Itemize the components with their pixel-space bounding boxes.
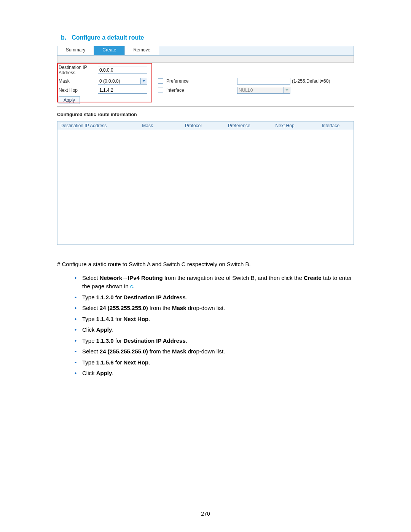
mask-select-value: 0 (0.0.0.0) — [98, 78, 140, 84]
tab-summary[interactable]: Summary — [57, 46, 94, 55]
router-ui-screenshot: Summary Create Remove Destination IP Add… — [57, 46, 354, 245]
heading-text: Configure a default route — [72, 34, 144, 41]
tab-row: Summary Create Remove — [57, 46, 354, 56]
col-destip: Destination IP Address — [57, 121, 124, 130]
step-list: Select Network → IPv4 Routing from the n… — [75, 274, 354, 378]
step-3: Select 24 (255.255.255.0) from the Mask … — [75, 304, 354, 313]
col-nexthop: Next Hop — [262, 121, 307, 130]
nexthop-input[interactable] — [98, 87, 147, 94]
step-1: Select Network → IPv4 Routing from the n… — [75, 274, 354, 291]
destip-label: Destination IP Address — [57, 64, 96, 77]
tab-create[interactable]: Create — [94, 46, 125, 55]
tab-spacer — [159, 46, 354, 55]
step-4: Type 1.1.4.1 for Next Hop. — [75, 315, 354, 324]
destip-input[interactable] — [98, 67, 147, 73]
col-interface: Interface — [308, 121, 354, 130]
nexthop-label: Next Hop — [57, 86, 96, 95]
interface-label: Interface — [166, 88, 184, 93]
interface-select-value: NULL0 — [237, 88, 284, 93]
table-subheading: Configured static route information — [57, 112, 354, 117]
col-preference: Preference — [216, 121, 262, 130]
preference-input[interactable] — [237, 78, 290, 85]
page-number: 270 — [0, 511, 411, 517]
chevron-down-icon — [140, 78, 147, 84]
preference-label: Preference — [166, 78, 189, 84]
step-6: Type 1.1.3.0 for Destination IP Address. — [75, 337, 354, 345]
paragraph-configure: # Configure a static route to Switch A a… — [57, 260, 354, 268]
col-mask: Mask — [124, 121, 170, 130]
col-protocol: Protocol — [170, 121, 216, 130]
apply-button[interactable]: Apply — [59, 96, 80, 104]
route-table: Destination IP Address Mask Protocol Pre… — [57, 121, 354, 245]
mask-select[interactable]: 0 (0.0.0.0) — [98, 78, 147, 85]
preference-checkbox[interactable] — [158, 78, 163, 84]
tab-remove[interactable]: Remove — [125, 46, 159, 55]
interface-checkbox[interactable] — [158, 88, 163, 93]
mask-label: Mask — [57, 77, 96, 86]
preference-hint: (1-255,Default=60) — [292, 78, 330, 84]
step-8: Type 1.1.5.6 for Next Hop. — [75, 358, 354, 367]
step-2: Type 1.1.2.0 for Destination IP Address. — [75, 293, 354, 302]
step-9: Click Apply. — [75, 369, 354, 378]
section-heading: b. Configure a default route — [57, 34, 354, 41]
step-5: Click Apply. — [75, 326, 354, 334]
interface-select[interactable]: NULL0 — [237, 87, 290, 94]
separator-bar — [57, 56, 354, 63]
route-table-body — [57, 130, 354, 244]
chevron-down-icon — [284, 87, 290, 93]
heading-letter: b. — [61, 34, 66, 41]
create-form: Destination IP Address Mask 0 (0.0.0.0) — [57, 63, 354, 107]
route-table-header: Destination IP Address Mask Protocol Pre… — [57, 121, 354, 130]
step-7: Select 24 (255.255.255.0) from the Mask … — [75, 347, 354, 356]
